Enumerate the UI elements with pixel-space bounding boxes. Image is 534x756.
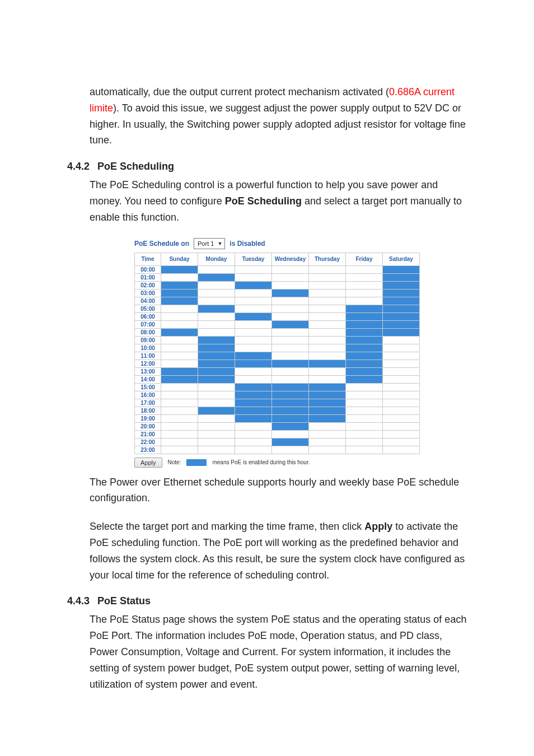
schedule-cell[interactable] [383,375,420,383]
schedule-cell[interactable] [198,383,235,391]
schedule-cell[interactable] [235,383,272,391]
schedule-cell[interactable] [383,360,420,367]
schedule-cell[interactable] [161,281,198,289]
schedule-cell[interactable] [309,344,346,352]
schedule-cell[interactable] [235,430,272,438]
schedule-cell[interactable] [346,289,383,297]
schedule-cell[interactable] [198,320,235,328]
schedule-cell[interactable] [198,305,235,312]
schedule-cell[interactable] [161,391,198,399]
schedule-cell[interactable] [272,430,309,438]
schedule-cell[interactable] [272,422,309,430]
schedule-cell[interactable] [235,281,272,289]
schedule-cell[interactable] [272,281,309,289]
schedule-cell[interactable] [272,391,309,399]
schedule-cell[interactable] [383,328,420,336]
schedule-cell[interactable] [161,320,198,328]
schedule-cell[interactable] [272,336,309,344]
schedule-cell[interactable] [272,438,309,446]
schedule-cell[interactable] [272,367,309,375]
schedule-cell[interactable] [235,391,272,399]
schedule-cell[interactable] [235,375,272,383]
schedule-cell[interactable] [383,297,420,305]
schedule-cell[interactable] [383,367,420,375]
schedule-cell[interactable] [235,265,272,273]
schedule-cell[interactable] [161,430,198,438]
schedule-cell[interactable] [346,297,383,305]
schedule-cell[interactable] [309,399,346,407]
schedule-cell[interactable] [235,446,272,454]
schedule-cell[interactable] [309,360,346,367]
schedule-cell[interactable] [235,328,272,336]
schedule-cell[interactable] [198,399,235,407]
schedule-cell[interactable] [198,430,235,438]
schedule-cell[interactable] [309,352,346,360]
schedule-cell[interactable] [383,312,420,320]
schedule-cell[interactable] [309,305,346,312]
schedule-cell[interactable] [309,438,346,446]
schedule-cell[interactable] [309,430,346,438]
schedule-cell[interactable] [346,446,383,454]
schedule-cell[interactable] [235,414,272,422]
schedule-cell[interactable] [346,305,383,312]
schedule-cell[interactable] [383,399,420,407]
schedule-cell[interactable] [272,289,309,297]
schedule-cell[interactable] [383,422,420,430]
schedule-cell[interactable] [346,344,383,352]
schedule-cell[interactable] [161,305,198,312]
schedule-cell[interactable] [161,336,198,344]
schedule-cell[interactable] [346,430,383,438]
schedule-cell[interactable] [161,414,198,422]
schedule-cell[interactable] [235,438,272,446]
schedule-cell[interactable] [161,375,198,383]
schedule-cell[interactable] [346,320,383,328]
schedule-cell[interactable] [346,360,383,367]
schedule-cell[interactable] [346,438,383,446]
schedule-cell[interactable] [235,407,272,414]
schedule-cell[interactable] [198,391,235,399]
schedule-cell[interactable] [272,265,309,273]
schedule-cell[interactable] [161,352,198,360]
schedule-cell[interactable] [309,336,346,344]
schedule-cell[interactable] [198,281,235,289]
schedule-cell[interactable] [161,289,198,297]
schedule-cell[interactable] [161,407,198,414]
schedule-cell[interactable] [198,446,235,454]
schedule-cell[interactable] [272,360,309,367]
schedule-cell[interactable] [383,414,420,422]
schedule-cell[interactable] [309,383,346,391]
schedule-cell[interactable] [383,391,420,399]
schedule-cell[interactable] [272,320,309,328]
schedule-cell[interactable] [309,312,346,320]
schedule-cell[interactable] [235,336,272,344]
schedule-cell[interactable] [198,375,235,383]
schedule-cell[interactable] [161,265,198,273]
schedule-cell[interactable] [161,446,198,454]
apply-button[interactable]: Apply [134,458,162,468]
schedule-cell[interactable] [383,273,420,281]
schedule-cell[interactable] [309,446,346,454]
schedule-cell[interactable] [272,446,309,454]
schedule-cell[interactable] [235,320,272,328]
schedule-cell[interactable] [383,344,420,352]
schedule-cell[interactable] [309,265,346,273]
schedule-cell[interactable] [383,305,420,312]
schedule-cell[interactable] [309,328,346,336]
schedule-cell[interactable] [346,352,383,360]
schedule-cell[interactable] [309,367,346,375]
schedule-cell[interactable] [235,399,272,407]
schedule-cell[interactable] [198,312,235,320]
schedule-cell[interactable] [198,422,235,430]
schedule-cell[interactable] [309,414,346,422]
schedule-cell[interactable] [309,297,346,305]
schedule-cell[interactable] [272,407,309,414]
schedule-cell[interactable] [309,375,346,383]
schedule-cell[interactable] [235,422,272,430]
schedule-cell[interactable] [161,344,198,352]
schedule-cell[interactable] [272,352,309,360]
schedule-cell[interactable] [383,407,420,414]
schedule-cell[interactable] [198,407,235,414]
schedule-cell[interactable] [161,297,198,305]
schedule-cell[interactable] [383,320,420,328]
schedule-cell[interactable] [198,344,235,352]
